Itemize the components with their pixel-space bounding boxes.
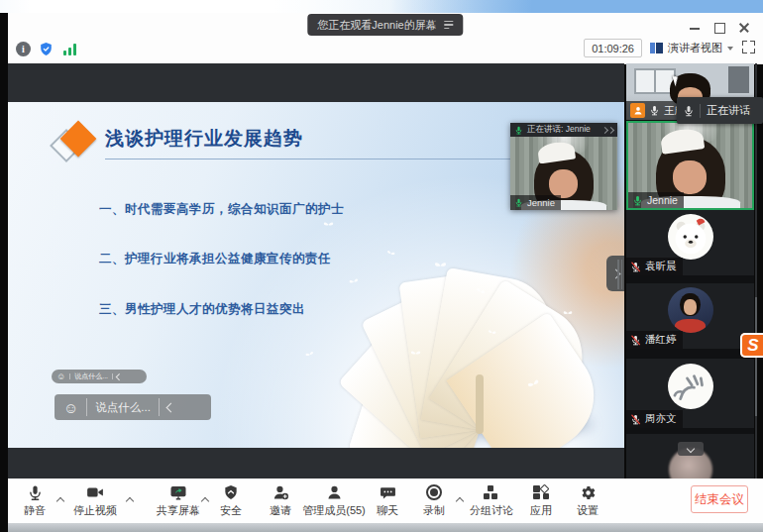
participant-name-tag: 袁昕晨 <box>626 258 683 275</box>
butterfly-icon <box>323 219 334 230</box>
view-mode-selector[interactable]: 演讲者视图 <box>650 39 733 57</box>
mic-on-icon <box>514 126 523 135</box>
gear-icon <box>580 484 597 501</box>
maximize-button[interactable] <box>712 21 726 35</box>
slide-bullet-1: 一、时代需要高学历，综合知识面广的护士 <box>99 201 575 218</box>
control-dock: 静音 停止视频 共享屏幕 安全 邀请 管理成员(55) 聊天 <box>8 479 763 523</box>
participant-avatar <box>668 287 713 333</box>
overlay-collapse-icon[interactable] <box>602 128 613 133</box>
speaking-tooltip-text: 正在讲话 <box>707 103 750 118</box>
security-label: 安全 <box>220 503 242 518</box>
divider <box>700 104 701 118</box>
chevron-down-icon <box>686 445 694 453</box>
mic-on-icon <box>649 105 660 116</box>
participant-name: Jennie <box>647 194 678 206</box>
sidebar-scrollbar-track <box>755 63 757 479</box>
participant-tile-more[interactable] <box>626 434 754 479</box>
participant-name-tag: 潘红婷 <box>626 331 683 349</box>
butterfly-icon <box>304 349 316 361</box>
microphone-icon <box>27 484 44 501</box>
chat-placeholder[interactable]: 说点什么... <box>74 372 108 381</box>
fullscreen-icon[interactable] <box>742 41 755 53</box>
invite-person-icon <box>272 484 289 501</box>
close-button[interactable] <box>737 21 751 35</box>
window-bottom-edge <box>8 523 763 532</box>
chat-bubble-icon <box>380 484 396 501</box>
slide-title: 浅谈护理行业发展趋势 <box>105 126 303 152</box>
sticker-badge: S <box>740 333 763 358</box>
collapse-chevron-icon[interactable] <box>116 373 122 379</box>
sidebar-resize-handle[interactable] <box>617 260 622 289</box>
chevron-down-icon <box>727 47 733 51</box>
banner-menu-icon[interactable] <box>445 21 454 30</box>
participant-name: 潘红婷 <box>645 333 677 347</box>
chat-quick-bar-small[interactable]: ☺ 说点什么... <box>52 370 147 383</box>
participants-sidebar: 王欣医 Jennie 袁昕晨 <box>626 63 754 479</box>
record-label: 录制 <box>423 503 445 518</box>
share-screen-icon <box>169 483 187 501</box>
chat-quick-bar[interactable]: ☺ 说点什么... <box>54 394 211 420</box>
stop-video-button[interactable]: 停止视频 <box>63 483 127 518</box>
collapse-chevron-icon[interactable] <box>165 402 175 412</box>
mic-muted-icon <box>630 262 641 272</box>
meeting-info-icon[interactable]: i <box>16 42 31 56</box>
participant-name: 袁昕晨 <box>645 260 677 273</box>
stop-video-label: 停止视频 <box>73 503 117 518</box>
view-mode-label: 演讲者视图 <box>668 41 722 55</box>
camera-icon <box>86 483 104 501</box>
scroll-more-button[interactable] <box>678 442 704 456</box>
maximize-icon <box>714 23 725 34</box>
mute-label: 静音 <box>24 503 46 518</box>
settings-button[interactable]: 设置 <box>556 483 619 518</box>
mic-on-icon <box>683 105 695 117</box>
speaking-now-label: 正在讲话: Jennie <box>527 124 591 136</box>
speaking-tooltip: 正在讲话 <box>677 97 763 124</box>
participant-name-tag: Jennie <box>628 192 684 208</box>
mic-on-icon <box>632 195 643 206</box>
invite-label: 邀请 <box>270 503 291 518</box>
slide-bullet-3: 三、男性护理人才的优势将日益突出 <box>99 301 575 318</box>
divider <box>86 398 87 416</box>
minimize-button[interactable] <box>688 21 702 35</box>
desktop-wallpaper <box>0 0 763 13</box>
participant-name: 周亦文 <box>645 412 677 426</box>
members-icon <box>326 484 343 501</box>
security-shield-icon[interactable] <box>39 42 54 56</box>
participant-tile-jennie[interactable]: Jennie <box>626 121 754 210</box>
host-badge-icon <box>630 103 645 118</box>
apps-icon <box>533 484 549 500</box>
security-shield-icon <box>223 484 239 500</box>
slide-bullet-2: 二、护理行业将承担公益健康宣传的责任 <box>99 251 575 267</box>
chat-placeholder[interactable]: 说点什么... <box>95 400 151 415</box>
breakout-rooms-icon <box>484 484 499 500</box>
active-speaker-overlay[interactable]: 正在讲话: Jennie Jennie <box>510 123 617 210</box>
speaker-name: Jennie <box>527 197 555 208</box>
participant-avatar <box>668 364 713 409</box>
layout-view-icon <box>650 43 663 53</box>
watching-banner-text: 您正在观看Jennie的屏幕 <box>317 18 436 33</box>
mic-on-icon <box>514 198 523 207</box>
watching-banner[interactable]: 您正在观看Jennie的屏幕 <box>307 14 463 36</box>
network-signal-icon[interactable] <box>63 44 76 55</box>
title-bar: 您正在观看Jennie的屏幕 i 01:09:26 演讲者视图 <box>8 13 763 64</box>
meeting-window: 您正在观看Jennie的屏幕 i 01:09:26 演讲者视图 浅谈护理行业发展… <box>0 0 763 532</box>
participant-name-tag: 周亦文 <box>626 410 683 428</box>
divider <box>112 373 113 379</box>
speaker-video: Jennie <box>510 137 617 210</box>
share-screen-label: 共享屏幕 <box>157 503 200 518</box>
bear-avatar-image <box>668 214 713 260</box>
end-meeting-button[interactable]: 结束会议 <box>691 485 748 513</box>
participant-tile-panhongting[interactable]: 潘红婷 <box>626 283 754 349</box>
record-icon <box>426 484 442 500</box>
participant-tile-yuanxinchen[interactable]: 袁昕晨 <box>626 210 754 275</box>
emoji-icon[interactable]: ☺ <box>56 372 65 381</box>
participant-tile-zhouyiwen[interactable]: 周亦文 <box>626 359 754 428</box>
apps-label: 应用 <box>530 503 552 518</box>
breakout-rooms-label: 分组讨论 <box>470 503 513 518</box>
emoji-icon[interactable]: ☺ <box>63 400 78 415</box>
video-options-caret[interactable] <box>127 490 135 498</box>
mic-muted-icon <box>630 335 641 346</box>
speaker-name-tag: Jennie <box>510 195 561 210</box>
doodle-avatar-image <box>668 364 713 409</box>
divider <box>159 398 160 416</box>
